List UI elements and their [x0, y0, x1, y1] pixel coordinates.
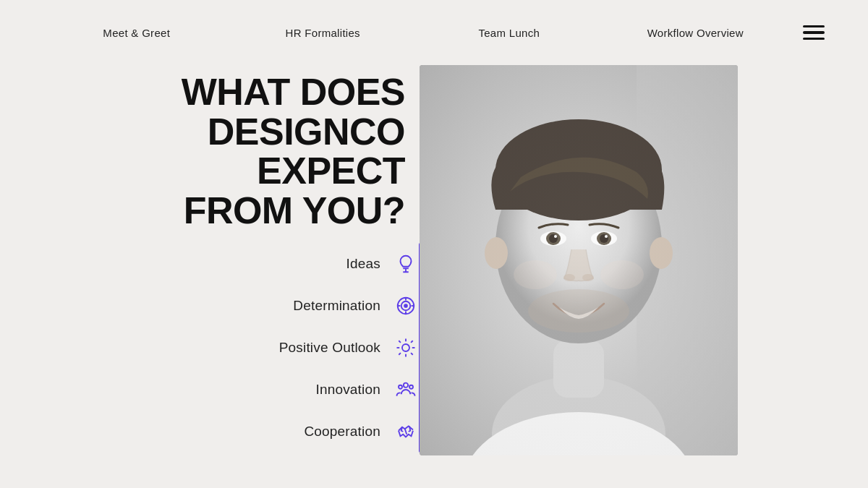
hamburger-line-1 — [803, 25, 825, 28]
svg-line-13 — [399, 341, 401, 343]
svg-point-3 — [404, 305, 407, 308]
headline: WHAT DOES DESIGNCO EXPECT FROM YOU? — [43, 72, 420, 230]
right-panel — [420, 65, 868, 488]
list-item-positive-outlook: Positive Outlook — [43, 327, 420, 369]
nav-item-meet-greet[interactable]: Meet & Greet — [43, 27, 230, 39]
navigation: Meet & Greet HR Formalities Team Lunch W… — [0, 0, 868, 65]
list-item-ideas: Ideas — [43, 243, 420, 285]
nav-item-workflow-overview[interactable]: Workflow Overview — [603, 27, 789, 39]
svg-rect-43 — [420, 65, 738, 455]
list-item-cooperation: Cooperation — [43, 411, 420, 453]
portrait-svg — [420, 65, 738, 455]
left-panel: WHAT DOES DESIGNCO EXPECT FROM YOU? Idea… — [43, 65, 420, 488]
portrait-photo — [420, 65, 738, 455]
svg-point-18 — [399, 385, 402, 389]
svg-line-14 — [411, 353, 413, 355]
team-icon — [392, 376, 420, 403]
sun-icon — [392, 334, 420, 361]
lightbulb-icon — [392, 250, 420, 278]
svg-point-8 — [402, 344, 409, 351]
nav-item-team-lunch[interactable]: Team Lunch — [416, 27, 603, 39]
svg-point-19 — [409, 385, 413, 389]
cooperation-label: Cooperation — [304, 424, 380, 440]
hamburger-line-2 — [803, 31, 825, 34]
handshake-icon — [392, 418, 420, 445]
svg-line-15 — [411, 341, 413, 343]
innovation-label: Innovation — [315, 382, 380, 398]
ideas-label: Ideas — [346, 256, 380, 272]
svg-line-16 — [399, 353, 401, 355]
svg-line-20 — [405, 429, 407, 435]
nav-items: Meet & Greet HR Formalities Team Lunch W… — [43, 27, 788, 39]
determination-label: Determination — [293, 298, 380, 314]
positive-outlook-label: Positive Outlook — [279, 340, 380, 356]
list-item-innovation: Innovation — [43, 369, 420, 411]
list-item-determination: Determination — [43, 285, 420, 327]
nav-item-hr-formalities[interactable]: HR Formalities — [230, 27, 417, 39]
hamburger-line-3 — [803, 38, 825, 40]
hamburger-menu-button[interactable] — [803, 25, 825, 40]
target-icon — [392, 292, 420, 320]
main-content: WHAT DOES DESIGNCO EXPECT FROM YOU? Idea… — [0, 65, 868, 488]
svg-point-17 — [404, 383, 408, 388]
values-list: Ideas Determination — [43, 243, 420, 453]
